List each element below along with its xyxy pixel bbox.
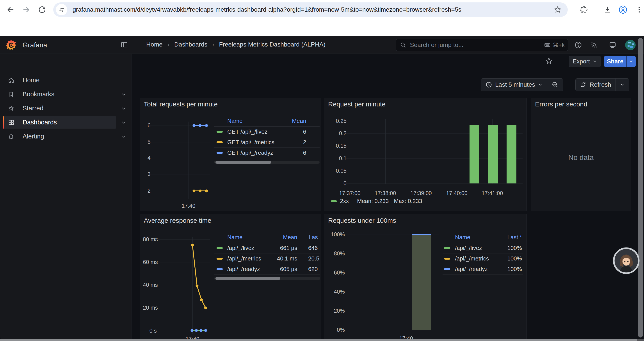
legend-swatch[interactable]	[216, 152, 223, 154]
legend-cell-value: 100%	[508, 255, 522, 262]
legend-series-name[interactable]: /api/_/readyz	[455, 266, 488, 272]
profile-icon[interactable]	[618, 5, 627, 14]
bookmark-star-icon[interactable]	[554, 6, 562, 14]
breadcrumb-home[interactable]: Home	[146, 41, 163, 48]
chart-series-layer	[140, 214, 321, 339]
export-button[interactable]: Export	[569, 56, 601, 67]
brand-title: Grafana	[22, 41, 47, 49]
floating-assistant-avatar[interactable]	[613, 247, 640, 274]
legend-row-separator	[214, 253, 320, 253]
legend-column-las[interactable]: Las	[309, 234, 318, 241]
chevron-down-icon[interactable]	[121, 120, 127, 126]
monitor-icon[interactable]	[609, 41, 616, 49]
user-avatar[interactable]	[625, 40, 636, 50]
favorite-dashboard-star-icon[interactable]	[545, 57, 553, 65]
y-axis-tick-label: 60 ms	[143, 259, 157, 265]
legend-stat: Mean: 0.233	[357, 198, 389, 204]
y-axis-tick-label: 100%	[327, 231, 345, 238]
panel-title[interactable]: Request per minute	[328, 101, 386, 108]
legend-swatch[interactable]	[331, 200, 337, 202]
legend-series-name[interactable]: GET /api/_/readyz	[227, 149, 273, 156]
back-icon[interactable]	[6, 5, 15, 14]
sidebar-item-bookmarks[interactable]: Bookmarks	[0, 88, 132, 101]
reload-icon[interactable]	[38, 5, 46, 14]
legend-scrollbar[interactable]	[216, 277, 280, 280]
legend-series-name[interactable]: /api/_/metrics	[455, 255, 489, 262]
panel-title[interactable]: Average response time	[144, 217, 211, 224]
v-gridline	[350, 119, 350, 184]
vertical-scrollbar[interactable]	[638, 38, 643, 337]
legend-series-name[interactable]: GET /api/_/livez	[227, 128, 268, 135]
refresh-label: Refresh	[590, 81, 611, 88]
time-range-picker[interactable]: Last 5 minutes	[481, 79, 547, 91]
legend-column-mean[interactable]: Mean	[292, 118, 306, 124]
legend-series-name[interactable]: /api/_/livez	[227, 245, 254, 251]
help-icon[interactable]	[574, 41, 582, 49]
h-gridline	[150, 126, 210, 126]
legend-scrollbar[interactable]	[216, 161, 271, 164]
chevron-right-icon: ›	[168, 41, 170, 48]
legend-column-last[interactable]: Last *	[508, 234, 522, 241]
legend-column-name[interactable]: Name	[227, 234, 242, 241]
refresh-button[interactable]: Refresh	[576, 79, 616, 91]
legend-swatch[interactable]	[216, 131, 223, 133]
legend-swatch[interactable]	[216, 141, 223, 143]
sidebar-item-dashboards[interactable]: Dashboards	[0, 116, 132, 129]
legend-column-name[interactable]: Name	[455, 234, 470, 241]
legend-cell-value: 6	[303, 149, 306, 156]
v-gridline	[457, 119, 457, 184]
bookmarks-bar: Freeleaps 收藏博客	[0, 19, 644, 36]
legend-swatch[interactable]	[216, 247, 223, 249]
no-data-text: No data	[568, 153, 594, 162]
legend-swatch[interactable]	[216, 268, 223, 270]
breadcrumb-dashboards[interactable]: Dashboards	[174, 41, 207, 48]
chevron-down-icon[interactable]	[121, 92, 127, 97]
h-gridline	[156, 331, 210, 331]
chevron-down-icon[interactable]	[121, 106, 127, 112]
legend-series-name[interactable]: GET /api/_/metrics	[227, 139, 274, 146]
address-bar[interactable]: grafana.mathmast.com/d/deytv4rwavabkb/fr…	[53, 3, 568, 17]
legend-swatch[interactable]	[444, 268, 450, 270]
extensions-icon[interactable]	[580, 6, 588, 14]
export-label: Export	[573, 58, 590, 65]
legend-series-name[interactable]: /api/_/metrics	[227, 255, 261, 262]
legend-series-name[interactable]: /api/_/livez	[455, 245, 482, 251]
legend-swatch[interactable]	[216, 258, 223, 260]
search-input[interactable]: Search or jump to... ⌘+k	[396, 39, 568, 51]
legend-series-name[interactable]: 2xx	[340, 198, 349, 204]
sidebar-item-starred[interactable]: Starred	[0, 102, 132, 115]
chevron-down-icon[interactable]	[121, 134, 127, 140]
panel-title[interactable]: Errors per second	[535, 101, 587, 108]
legend-cell-value: 40.1 ms	[277, 255, 298, 262]
refresh-interval-button[interactable]	[616, 79, 629, 91]
zoom-out-button[interactable]	[547, 79, 563, 91]
site-settings-icon[interactable]	[56, 4, 67, 15]
legend-column-name[interactable]: Name	[227, 118, 242, 124]
starred-icon	[8, 105, 14, 112]
legend-series-name[interactable]: /api/_/readyz	[227, 266, 260, 272]
y-axis-tick-label: 0.2	[327, 130, 346, 137]
legend-row-separator	[214, 264, 320, 264]
share-menu-button[interactable]	[626, 56, 636, 67]
dock-menu-icon[interactable]	[120, 41, 128, 49]
sidebar-item-alerting[interactable]: Alerting	[0, 130, 132, 143]
downloads-icon[interactable]	[604, 6, 611, 14]
legend-cell-value: 20.5 r	[308, 255, 321, 262]
legend-column-mean[interactable]: Mean	[283, 234, 297, 241]
url-text[interactable]: grafana.mathmast.com/d/deytv4rwavabkb/fr…	[72, 6, 461, 13]
panel-title[interactable]: Requests under 100ms	[328, 217, 396, 224]
rss-icon[interactable]	[590, 41, 598, 49]
legend-swatch[interactable]	[444, 258, 450, 260]
h-gridline	[156, 239, 210, 240]
y-axis-tick-label: 80%	[327, 250, 345, 257]
panel-title[interactable]: Total requests per minute	[144, 101, 218, 108]
sidebar-item-home[interactable]: Home	[0, 74, 132, 87]
share-button[interactable]: Share	[604, 56, 626, 67]
home-icon	[8, 77, 14, 84]
menu-kebab-icon[interactable]	[635, 6, 643, 14]
grafana-logo[interactable]	[5, 39, 17, 51]
horizontal-scrollbar[interactable]	[0, 339, 637, 341]
forward-icon[interactable]	[22, 5, 31, 14]
y-axis-tick-label: 0	[327, 180, 346, 187]
legend-swatch[interactable]	[444, 247, 450, 249]
